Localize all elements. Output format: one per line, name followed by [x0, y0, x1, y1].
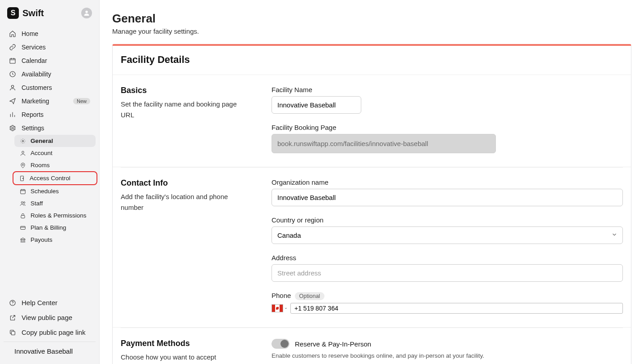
map-pin-icon: [20, 162, 26, 169]
sidebar-item-label: Settings: [22, 124, 44, 132]
section-payment-left: Payment Methods Choose how you want to a…: [121, 339, 264, 364]
org-name-field: Organization name: [272, 178, 623, 206]
section-contact: Contact Info Add the facility's location…: [113, 168, 631, 328]
user-icon: [9, 84, 16, 91]
sidebar-item-services[interactable]: Services: [4, 40, 96, 54]
card-header: Facility Details: [113, 46, 631, 75]
phone-country-selector[interactable]: [272, 303, 288, 314]
credit-card-icon: [20, 225, 26, 231]
svg-rect-10: [21, 189, 26, 193]
subnav-rooms[interactable]: Rooms: [14, 159, 96, 171]
subnav-roles[interactable]: Roles & Permissions: [14, 209, 96, 222]
org-name-label: Organization name: [272, 178, 623, 186]
phone-field: Phone Optional: [272, 292, 623, 314]
booking-page-label: Facility Booking Page: [272, 124, 623, 131]
section-title: Contact Info: [121, 178, 264, 188]
footer-copy-link[interactable]: Copy public page link: [4, 325, 96, 340]
bank-icon: [20, 237, 26, 243]
svg-rect-13: [21, 215, 25, 218]
send-icon: [9, 98, 16, 105]
svg-point-11: [21, 201, 23, 203]
sidebar-item-label: Availability: [22, 71, 51, 78]
sidebar-item-label: View public page: [22, 314, 72, 321]
svg-rect-17: [11, 331, 15, 335]
sidebar-item-label: Staff: [31, 200, 43, 207]
users-icon: [20, 200, 26, 207]
optional-badge: Optional: [295, 292, 325, 300]
reserve-pay-toggle[interactable]: [272, 339, 289, 349]
svg-point-3: [11, 85, 13, 88]
sidebar-item-label: Services: [22, 44, 46, 51]
facility-name-input[interactable]: [272, 96, 361, 114]
address-label: Address: [272, 254, 623, 262]
phone-input[interactable]: [290, 303, 623, 314]
section-payment-right: Reserve & Pay-In-Person Enable customers…: [272, 339, 623, 364]
sidebar-item-marketing[interactable]: Marketing New: [4, 94, 96, 108]
phone-label-text: Phone: [272, 292, 291, 299]
avatar[interactable]: [81, 8, 92, 18]
subnav-account[interactable]: Account: [14, 147, 96, 159]
sidebar-item-customers[interactable]: Customers: [4, 81, 96, 94]
footer-view-public[interactable]: View public page: [4, 310, 96, 325]
sidebar-item-label: Reports: [22, 111, 44, 118]
sidebar-item-home[interactable]: Home: [4, 27, 96, 40]
sidebar-header: S Swift: [0, 7, 99, 27]
sidebar-footer: Help Center View public page Copy public…: [0, 292, 99, 364]
svg-point-16: [12, 304, 13, 304]
address-field: Address: [272, 254, 623, 282]
sidebar-item-reports[interactable]: Reports: [4, 108, 96, 121]
country-label: Country or region: [272, 216, 623, 224]
sidebar-item-label: Calendar: [22, 57, 47, 64]
section-title: Payment Methods: [121, 339, 264, 348]
section-basics-right: Facility Name Facility Booking Page book…: [272, 86, 623, 153]
brand-logo-icon: S: [7, 7, 19, 19]
subnav-staff[interactable]: Staff: [14, 197, 96, 209]
org-name-input[interactable]: [272, 189, 623, 206]
calendar-icon: [20, 188, 26, 195]
subnav-access-control[interactable]: Access Control: [13, 172, 95, 184]
section-basics: Basics Set the facility name and booking…: [113, 75, 631, 167]
section-desc: Choose how you want to accept payments f…: [121, 352, 246, 364]
sidebar-item-calendar[interactable]: Calendar: [4, 54, 96, 67]
gear-icon: [9, 124, 16, 132]
org-name[interactable]: Innovative Baseball: [4, 342, 96, 360]
gear-icon: [20, 138, 26, 144]
door-icon: [19, 175, 25, 182]
svg-point-5: [22, 140, 24, 142]
sidebar-item-label: Schedules: [31, 188, 59, 195]
external-link-icon: [9, 314, 16, 321]
sidebar-item-label: Copy public page link: [22, 328, 86, 336]
sidebar-item-label: Rooms: [31, 162, 50, 169]
reserve-pay-toggle-row: Reserve & Pay-In-Person: [272, 339, 623, 349]
page-subtitle: Manage your facility settings.: [112, 27, 631, 35]
sidebar-item-label: Plan & Billing: [31, 224, 66, 231]
bar-chart-icon: [9, 111, 16, 118]
country-select[interactable]: [272, 226, 623, 244]
svg-point-0: [85, 11, 88, 13]
access-control-highlight: Access Control: [13, 171, 97, 185]
booking-page-field: Facility Booking Page book.runswiftapp.c…: [272, 124, 623, 153]
sidebar-nav: Home Services Calendar Availability Cust…: [0, 27, 99, 292]
facility-name-label: Facility Name: [272, 86, 623, 93]
section-contact-left: Contact Info Add the facility's location…: [121, 178, 264, 314]
sidebar-item-settings[interactable]: Settings: [4, 121, 96, 135]
svg-rect-1: [10, 58, 15, 63]
subnav-plan-billing[interactable]: Plan & Billing: [14, 222, 96, 234]
link-icon: [9, 44, 16, 51]
svg-point-9: [22, 178, 23, 179]
subnav-schedules[interactable]: Schedules: [14, 185, 96, 197]
booking-page-value: book.runswiftapp.com/facilities/innovati…: [272, 134, 496, 153]
brand[interactable]: S Swift: [7, 7, 44, 19]
svg-point-6: [22, 151, 24, 153]
svg-rect-14: [21, 226, 26, 229]
lock-icon: [20, 213, 26, 219]
address-input[interactable]: [272, 264, 623, 282]
facility-name-field: Facility Name: [272, 86, 623, 114]
sidebar-item-availability[interactable]: Availability: [4, 67, 96, 81]
subnav-payouts[interactable]: Payouts: [14, 234, 96, 246]
subnav-general[interactable]: General: [14, 135, 96, 147]
footer-help-center[interactable]: Help Center: [4, 295, 96, 310]
sidebar-item-label: Payouts: [31, 236, 53, 243]
calendar-icon: [9, 57, 16, 64]
settings-subnav: General Account Rooms Access Control Sch…: [4, 135, 96, 246]
